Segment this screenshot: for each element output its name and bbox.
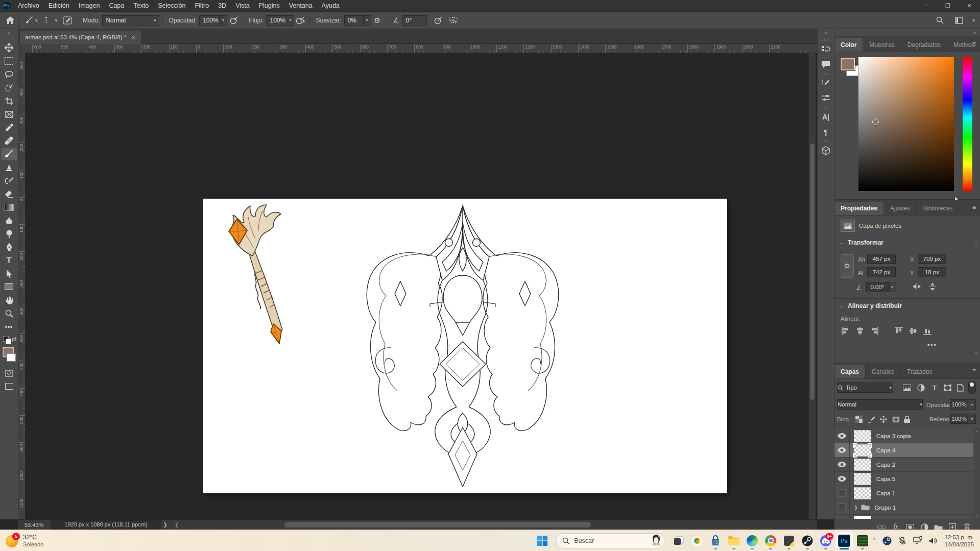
align-left-icon[interactable] [842,327,852,337]
canvas-vertical-scrollbar[interactable] [808,53,816,519]
3d-panel-icon[interactable] [819,144,833,157]
brush-preset-preview[interactable]: 1 [38,17,55,23]
taskbar-search[interactable]: Buscar [556,533,665,548]
restore-button[interactable]: ❐ [937,0,959,11]
filter-adjustment-layers-icon[interactable] [915,382,927,393]
microsoft-store-button[interactable] [706,532,725,550]
edge-button[interactable] [743,532,761,550]
brush-settings-panel-icon[interactable] [819,77,833,90]
history-brush-tool[interactable] [2,174,17,187]
layer-filter-select[interactable]: Tipo▾ [837,382,893,393]
align-collapse-chevron[interactable]: ⌄ [840,303,844,308]
prop-scroll-down[interactable]: ⌄ [974,349,978,354]
steam-button[interactable] [798,532,817,550]
smudge-tool[interactable] [2,214,17,227]
menu-3d[interactable]: 3D [213,0,231,11]
fill-dropdown[interactable]: ▾ [968,414,976,424]
tray-steam-icon[interactable] [882,536,892,545]
menu-vista[interactable]: Vista [231,0,254,11]
strip-expand-icon[interactable]: « [818,29,834,37]
opacity-value-field[interactable]: 100% [199,15,220,26]
comments-panel-icon[interactable] [819,58,833,71]
canvas-horizontal-scrollbar[interactable] [284,522,591,528]
lock-artboard-icon[interactable] [890,414,902,425]
smoothing-gear-icon[interactable]: ⚙ [371,14,384,27]
blend-mode-select[interactable]: Normal▾ [102,15,159,26]
flow-dropdown[interactable]: ▾ [286,15,294,26]
align-center-h-icon[interactable] [856,327,866,337]
panel-foreground-swatch[interactable] [841,58,855,70]
layer-visibility-eye-icon[interactable] [834,472,850,486]
lock-transparency-icon[interactable] [853,414,865,425]
more-tools-icon[interactable]: ••• [2,320,17,333]
lasso-tool[interactable] [2,68,17,81]
tab-capas[interactable]: Capas [834,365,866,378]
flip-vertical-icon[interactable] [928,283,937,292]
filter-smart-objects-icon[interactable] [954,382,966,393]
align-bottom-icon[interactable] [923,327,934,337]
layer-name[interactable]: Capa 1 [876,490,895,496]
layer-row-capa-1[interactable]: Capa 1 [834,486,973,500]
quick-mask-icon[interactable] [2,367,17,379]
lock-position-icon[interactable] [877,414,890,425]
layer-row-capa-5[interactable]: Capa 5 [834,472,973,486]
zoom-tool[interactable] [2,307,17,320]
height-field[interactable]: 742 px [867,267,896,277]
background-color-swatch[interactable] [7,353,16,362]
smoothing-value-field[interactable]: 0% [344,15,364,26]
y-field[interactable]: 18 px [918,267,946,277]
hue-slider[interactable] [963,57,972,191]
menu-edición[interactable]: Edición [44,0,74,11]
rotate-angle-field[interactable]: 0.00° [866,282,889,292]
flow-value-field[interactable]: 100% [266,15,286,26]
layer-thumbnail[interactable] [854,473,871,485]
tab-propiedades[interactable]: Propiedades [834,202,884,215]
frame-tool[interactable] [2,108,17,121]
layer-name[interactable]: Grupo 1 [875,505,896,511]
history-panel-icon[interactable] [819,43,833,56]
lock-pixels-icon[interactable] [865,414,877,425]
layer-thumbnail[interactable] [854,459,871,471]
character-panel-icon[interactable]: A| [819,110,833,124]
group-expand-chevron[interactable]: ❯ [854,505,858,510]
tool-presets-panel-icon[interactable] [819,91,833,105]
flip-horizontal-icon[interactable] [912,283,921,292]
tray-mic-muted-icon[interactable] [898,536,907,545]
eraser-tool[interactable] [2,187,17,200]
filter-pixel-layers-icon[interactable] [901,382,913,393]
color-picker-ring[interactable] [872,118,879,125]
shape-tool[interactable] [2,280,17,293]
lock-all-icon[interactable] [901,414,913,425]
blend-mode-select[interactable]: Normal▾ [837,399,923,410]
layer-thumbnail[interactable] [854,430,871,442]
panel-menu-icon[interactable]: ≡ [972,40,976,47]
default-colors-icon[interactable] [2,336,17,346]
document-canvas[interactable] [203,199,727,493]
windows-start-button[interactable] [533,532,552,550]
layer-visibility-eye-icon[interactable] [834,429,850,443]
filter-shape-layers-icon[interactable] [941,382,953,393]
brush-angle-field[interactable]: 0° [402,15,427,26]
marquee-tool[interactable] [2,55,17,67]
photoshop-taskbar-button[interactable]: Ps [835,532,853,550]
tab-muestras[interactable]: Muestras [863,38,901,52]
layer-name[interactable]: Capa 3 copia [876,433,911,439]
brush-panel-toggle-icon[interactable] [61,14,74,27]
align-middle-v-icon[interactable] [909,327,919,337]
tab-canales[interactable]: Canales [866,365,901,378]
pressure-size-icon[interactable] [432,14,444,27]
prop-scroll-up[interactable]: ⌃ [974,241,978,246]
eyedropper-tool[interactable] [2,121,17,134]
weather-widget[interactable]: 5 32°C Soleado [0,534,82,548]
layer-visibility-eye-icon[interactable] [834,458,850,472]
rotate-angle-dropdown[interactable]: ▾ [889,282,896,292]
move-tool[interactable] [2,41,17,54]
menu-capa[interactable]: Capa [104,0,129,11]
layer-visibility-empty[interactable] [834,500,850,515]
layers-opacity-dropdown[interactable]: ▾ [968,399,976,410]
panel-menu-icon[interactable]: ≡ [972,204,976,211]
tray-clock[interactable]: 12:53 p. m. 14/04/2025 [944,534,974,548]
layer-row-capa-4[interactable]: Capa 4 [834,443,973,458]
tray-volume-icon[interactable] [929,537,938,545]
menu-texto[interactable]: Texto [129,0,153,11]
